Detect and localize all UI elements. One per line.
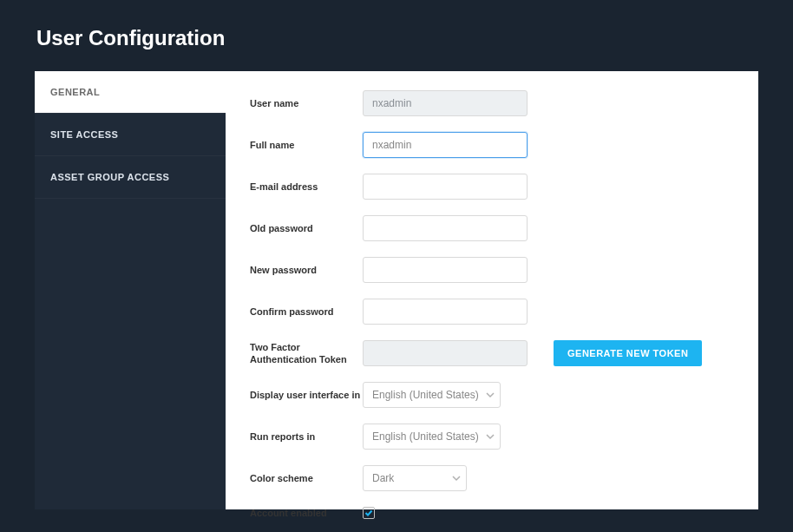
reports-value: English (United States) [372,430,486,443]
sidebar: GENERAL SITE ACCESS ASSET GROUP ACCESS [35,71,226,509]
check-icon [364,509,373,517]
new-password-field[interactable] [363,257,528,283]
fullname-label: Full name [250,139,363,151]
sidebar-item-label: GENERAL [50,87,100,97]
email-label: E-mail address [250,181,363,193]
reports-label: Run reports in [250,430,363,443]
account-enabled-checkbox[interactable] [363,507,375,519]
page-title: User Configuration [0,0,793,71]
sidebar-item-label: SITE ACCESS [50,129,118,140]
main-panel: GENERAL SITE ACCESS ASSET GROUP ACCESS U… [35,71,758,509]
old-password-field[interactable] [363,215,528,241]
display-ui-label: Display user interface in [250,389,363,401]
account-enabled-label: Account enabled [250,507,363,519]
confirm-password-label: Confirm password [250,305,363,318]
display-ui-select[interactable]: English (United States) [363,382,501,408]
generate-new-token-button[interactable]: GENERATE NEW TOKEN [554,340,702,366]
display-ui-value: English (United States) [372,389,486,401]
color-scheme-label: Color scheme [250,472,363,484]
chevron-down-icon [486,432,495,441]
content-general: User name Full name E-mail address Old p… [226,71,758,509]
sidebar-item-site-access[interactable]: SITE ACCESS [35,114,226,156]
old-password-label: Old password [250,222,363,234]
username-label: User name [250,97,363,109]
sidebar-item-general[interactable]: GENERAL [35,71,226,114]
fullname-field[interactable] [363,132,528,158]
reports-select[interactable]: English (United States) [363,424,501,450]
twofa-token-field [363,340,528,366]
email-field[interactable] [363,174,528,200]
confirm-password-field[interactable] [363,299,528,325]
chevron-down-icon [486,391,495,399]
chevron-down-icon [452,474,461,483]
username-field[interactable] [363,90,528,116]
sidebar-item-asset-group-access[interactable]: ASSET GROUP ACCESS [35,156,226,199]
sidebar-item-label: ASSET GROUP ACCESS [50,172,169,182]
new-password-label: New password [250,264,363,276]
twofa-label: Two Factor Authentication Token [250,341,363,366]
color-scheme-select[interactable]: Dark [363,465,467,491]
color-scheme-value: Dark [372,472,401,484]
